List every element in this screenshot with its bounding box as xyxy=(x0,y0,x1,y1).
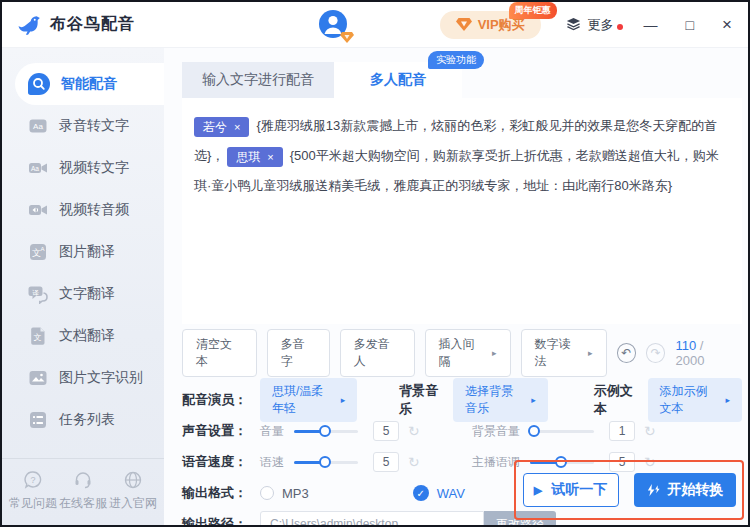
sidebar-item-label: 录音转文字 xyxy=(59,117,129,135)
start-convert-label: 开始转换 xyxy=(668,481,724,499)
sidebar-item-label: 视频转音频 xyxy=(59,201,129,219)
add-sample-text-button[interactable]: 添加示例文本 ▸ xyxy=(648,378,742,422)
sidebar-item-label: 图片文字识别 xyxy=(59,369,143,387)
dubbing-text-editor[interactable]: 若兮×{雅鹿羽绒服13新款震撼上市，炫丽的色彩，彩虹般见并的效果是您冬天穿配的首… xyxy=(182,98,742,324)
notification-dot xyxy=(617,24,623,30)
video-to-audio-icon xyxy=(28,200,48,220)
close-button[interactable]: × xyxy=(722,15,732,35)
speaker-tag[interactable]: 思琪× xyxy=(227,147,282,167)
add-sample-text-label: 添加示例文本 xyxy=(660,383,719,417)
sidebar-footer: ? 常见问题 在线客服 进入官网 xyxy=(2,458,164,525)
polyphonic-button[interactable]: 多音字 xyxy=(267,329,330,377)
sidebar-item-video-to-audio[interactable]: 视频转音频 xyxy=(2,189,164,231)
sidebar-item-label: 智能配音 xyxy=(61,75,117,93)
volume-value[interactable]: 5 xyxy=(373,421,399,441)
sidebar-item-doc-translate[interactable]: 文 文档翻译 xyxy=(2,315,164,357)
clear-text-button[interactable]: 清空文本 xyxy=(182,329,257,377)
format-option-mp3[interactable]: MP3 xyxy=(260,486,309,501)
insert-pause-label: 插入间隔 xyxy=(439,336,485,370)
sidebar-item-video-to-text[interactable]: Aa 视频转文字 xyxy=(2,147,164,189)
sidebar-item-label: 任务列表 xyxy=(59,411,115,429)
slider-thumb[interactable] xyxy=(319,425,331,437)
char-count-separator: / xyxy=(700,338,704,353)
image-ocr-icon xyxy=(28,368,48,388)
reset-icon[interactable]: ↻ xyxy=(408,454,420,470)
question-icon: ? xyxy=(23,470,43,490)
number-reading-button[interactable]: 数字读法 ▸ xyxy=(521,329,607,377)
slider-thumb[interactable] xyxy=(319,456,331,468)
voice-actor-select[interactable]: 思琪/温柔年轻 ▸ xyxy=(260,378,357,422)
minimize-button[interactable]: — xyxy=(644,17,658,33)
sidebar-item-task-list[interactable]: 任务列表 xyxy=(2,399,164,441)
maximize-button[interactable]: □ xyxy=(686,17,694,33)
sidebar-item-label: 文档翻译 xyxy=(59,327,115,345)
speaker-tag[interactable]: 若兮× xyxy=(194,117,249,137)
sidebar-item-text-translate[interactable]: 译 文字翻译 xyxy=(2,273,164,315)
redo-icon[interactable]: ↷ xyxy=(646,343,665,363)
experimental-feature-badge: 实验功能 xyxy=(428,51,484,69)
headset-icon xyxy=(73,470,93,490)
volume-label: 音量 xyxy=(260,423,284,440)
sidebar-item-image-ocr[interactable]: 图片文字识别 xyxy=(2,357,164,399)
preview-button[interactable]: ▶ 试听一下 xyxy=(523,473,619,507)
undo-icon[interactable]: ↶ xyxy=(617,343,636,363)
tab-multi-speaker-dubbing[interactable]: 多人配音 实验功能 xyxy=(334,62,462,98)
text-translate-icon: 译 xyxy=(28,284,48,304)
format-option-wav[interactable]: ✓ WAV xyxy=(413,485,465,501)
number-reading-label: 数字读法 xyxy=(535,336,581,370)
magnifier-bubble-icon xyxy=(28,73,50,95)
slider-thumb[interactable] xyxy=(528,425,540,437)
insert-pause-button[interactable]: 插入间隔 ▸ xyxy=(425,329,511,377)
rate-label: 语速 xyxy=(260,454,284,471)
official-site-link[interactable]: 进入官网 xyxy=(109,470,157,512)
multi-speaker-button[interactable]: 多发音人 xyxy=(340,329,415,377)
faq-label: 常见问题 xyxy=(9,495,57,512)
reset-icon[interactable]: ↻ xyxy=(408,423,420,439)
bgm-select-label: 选择背景音乐 xyxy=(465,383,524,417)
format-option-label: MP3 xyxy=(282,486,309,501)
sidebar-item-label: 文字翻译 xyxy=(59,285,115,303)
more-label: 更多 xyxy=(588,16,614,34)
preview-label: 试听一下 xyxy=(551,481,607,499)
bgm-volume-slider[interactable] xyxy=(530,430,594,433)
rate-slider[interactable] xyxy=(294,461,358,464)
reset-icon[interactable]: ↻ xyxy=(644,423,656,439)
speaker-tag-name: 思琪 xyxy=(236,150,260,164)
volume-slider[interactable] xyxy=(294,430,358,433)
official-site-label: 进入官网 xyxy=(109,495,157,512)
sidebar-item-smart-dubbing[interactable]: 智能配音 xyxy=(15,63,164,105)
vip-gem-icon xyxy=(456,18,472,31)
image-translate-icon: 文A xyxy=(28,242,48,262)
bgm-select-button[interactable]: 选择背景音乐 ▸ xyxy=(453,378,547,422)
svg-text:Aa: Aa xyxy=(33,122,43,131)
user-avatar[interactable] xyxy=(318,9,350,41)
rate-value[interactable]: 5 xyxy=(373,452,399,472)
format-option-label: WAV xyxy=(437,486,465,501)
app-title: 布谷鸟配音 xyxy=(50,14,135,35)
sidebar-item-audio-to-text[interactable]: Aa 录音转文字 xyxy=(2,105,164,147)
online-service-link[interactable]: 在线客服 xyxy=(59,470,107,512)
bgm-volume-label: 背景音量 xyxy=(472,423,520,440)
more-menu-button[interactable]: 更多 xyxy=(565,16,614,34)
char-count-current: 110 xyxy=(675,338,696,353)
sample-text-label: 示例文本 xyxy=(594,382,638,418)
output-path-input[interactable] xyxy=(260,511,484,527)
main-panel: 输入文字进行配音 多人配音 实验功能 若兮×{雅鹿羽绒服13新款震撼上市，炫丽的… xyxy=(164,48,748,525)
globe-icon xyxy=(123,470,143,490)
online-service-label: 在线客服 xyxy=(59,495,107,512)
vip-buy-button[interactable]: VIP购买 周年钜惠 xyxy=(440,11,541,39)
start-convert-button[interactable]: 开始转换 xyxy=(634,473,736,507)
sidebar-item-image-translate[interactable]: 文A 图片翻译 xyxy=(2,231,164,273)
remove-tag-icon[interactable]: × xyxy=(234,121,240,133)
bgm-volume-value[interactable]: 1 xyxy=(609,421,635,441)
layers-icon xyxy=(565,16,582,33)
task-list-icon xyxy=(28,410,48,430)
tab-label: 多人配音 xyxy=(370,71,426,89)
remove-tag-icon[interactable]: × xyxy=(267,151,273,163)
sidebar-item-label: 视频转文字 xyxy=(59,159,129,177)
play-icon: ▶ xyxy=(534,484,542,497)
tab-text-dubbing[interactable]: 输入文字进行配音 xyxy=(182,62,334,98)
bgm-label: 背景音乐 xyxy=(399,382,443,418)
faq-link[interactable]: ? 常见问题 xyxy=(9,470,57,512)
vip-mini-badge-icon xyxy=(340,32,354,43)
